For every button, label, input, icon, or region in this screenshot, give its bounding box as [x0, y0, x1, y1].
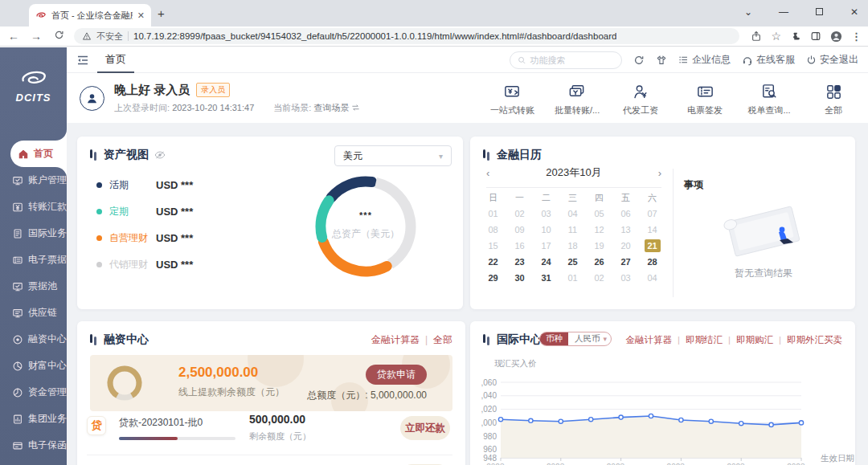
window-close-button[interactable]: ✕	[841, 0, 868, 27]
repay-now-button[interactable]: 立即还款	[400, 416, 450, 440]
calendar-day[interactable]: 05	[586, 206, 612, 222]
eye-off-icon[interactable]	[154, 150, 166, 160]
calendar-next-icon[interactable]: ›	[649, 167, 661, 179]
currency-select[interactable]: 美元 ▾	[334, 145, 452, 166]
loan-apply-button[interactable]: 贷款申请	[366, 365, 427, 385]
calendar-day[interactable]: 03	[533, 206, 559, 222]
quick-action-5[interactable]: 全部	[812, 80, 855, 116]
menu-fold-icon[interactable]	[76, 54, 89, 67]
card-link[interactable]: 金融计算器	[626, 334, 673, 346]
scene-switch-icon[interactable]	[351, 104, 360, 112]
side-panel-icon[interactable]	[810, 31, 821, 42]
calendar-day[interactable]: 09	[506, 222, 533, 238]
url-omnibox[interactable]: 不安全 10.7.19.22:8999/fpaas_bucket/9415403…	[74, 28, 739, 44]
sidebar-item-2[interactable]: 转账汇款	[0, 194, 67, 220]
calendar-day-selected[interactable]: 21	[639, 238, 665, 254]
logout-link[interactable]: 安全退出	[806, 53, 858, 67]
calendar-day[interactable]: 19	[586, 238, 612, 254]
tab-close-icon[interactable]: ✕	[137, 10, 145, 21]
calendar-day[interactable]: 29	[480, 270, 506, 286]
browser-menu-icon[interactable]: ⋮	[851, 31, 862, 43]
enterprise-info-link[interactable]: 企业信息	[678, 53, 731, 67]
calendar-day[interactable]: 18	[559, 238, 586, 254]
calendar-day[interactable]: 22	[480, 254, 506, 270]
calendar-day[interactable]: 02	[586, 270, 612, 286]
card-link[interactable]: 即期购汇	[736, 334, 773, 346]
calendar-day[interactable]: 13	[612, 222, 639, 238]
calendar-day[interactable]: 02	[506, 206, 533, 222]
calendar-day[interactable]: 26	[586, 254, 612, 270]
sidebar-item-3[interactable]: 国际业务	[0, 220, 67, 247]
sidebar-item-7[interactable]: 融资中心	[0, 326, 67, 353]
card-link[interactable]: 即期结汇	[686, 334, 723, 346]
calendar-day[interactable]: 28	[639, 254, 665, 270]
sidebar-item-0[interactable]: 首页	[10, 141, 67, 167]
calendar-day[interactable]: 15	[480, 238, 506, 254]
calendar-day[interactable]: 20	[612, 238, 639, 254]
quick-action-2[interactable]: 代发工资	[619, 80, 662, 116]
window-menu-icon[interactable]: ⌄	[735, 0, 762, 27]
reload-icon[interactable]	[51, 30, 66, 43]
calendar-prev-icon[interactable]: ‹	[486, 167, 499, 179]
quick-action-3[interactable]: 电票签发	[683, 80, 727, 116]
sidebar-item-9[interactable]: 资金管理	[0, 379, 67, 406]
calendar-day[interactable]: 16	[506, 238, 533, 254]
tax-query-icon	[747, 80, 791, 101]
power-icon	[806, 55, 817, 65]
theme-skin-icon[interactable]	[656, 55, 667, 66]
card-title-icon	[483, 149, 491, 161]
calendar-day[interactable]: 07	[639, 206, 665, 222]
refresh-button[interactable]	[633, 55, 645, 66]
favicon	[35, 10, 47, 21]
bookmark-star-icon[interactable]: ☆	[771, 30, 781, 43]
calendar-weekday: 五	[612, 190, 639, 206]
online-service-link[interactable]: 在线客服	[742, 53, 795, 67]
share-icon[interactable]	[751, 31, 762, 42]
calendar-day[interactable]: 10	[533, 222, 559, 238]
calendar-day[interactable]: 04	[559, 206, 586, 222]
sidebar-item-1[interactable]: 账户管理	[0, 167, 67, 194]
tab-home[interactable]: 首页	[100, 47, 131, 73]
function-search[interactable]	[510, 51, 622, 69]
calendar-day[interactable]: 23	[506, 254, 533, 270]
sidebar-item-6[interactable]: 供应链	[0, 300, 67, 326]
sidebar-item-5[interactable]: 票据池	[0, 273, 67, 300]
calendar-day[interactable]: 12	[586, 222, 612, 238]
sidebar-item-8[interactable]: 财富中心	[0, 353, 67, 379]
calendar-day[interactable]: 14	[639, 222, 665, 238]
quick-action-4[interactable]: 税单查询...	[747, 80, 791, 116]
calendar-day[interactable]: 06	[612, 206, 639, 222]
calendar-day[interactable]: 27	[612, 254, 639, 270]
currency-type-select[interactable]: 币种 人民币▾	[539, 332, 612, 346]
calendar-day[interactable]: 03	[612, 270, 639, 286]
extensions-icon[interactable]	[790, 31, 801, 42]
card-link[interactable]: 全部	[433, 333, 452, 347]
profile-avatar-icon[interactable]	[830, 31, 842, 43]
forward-icon[interactable]: →	[29, 30, 43, 43]
calendar-day[interactable]: 01	[480, 206, 506, 222]
card-link[interactable]: 即期外汇买卖	[787, 334, 842, 346]
quick-action-1[interactable]: 批量转账/...	[555, 80, 598, 116]
calendar-day[interactable]: 25	[559, 254, 586, 270]
window-maximize-button[interactable]	[805, 0, 833, 27]
quick-action-0[interactable]: 一站式转账	[490, 80, 534, 116]
current-scene: 当前场景: 查询场景	[273, 102, 360, 114]
search-input[interactable]	[530, 55, 614, 65]
browser-tab[interactable]: 首页 - 企业综合金融服务平台 ✕	[29, 4, 151, 27]
calendar-day[interactable]: 17	[533, 238, 559, 254]
calendar-day[interactable]: 04	[639, 270, 665, 286]
back-icon[interactable]: ←	[6, 30, 21, 43]
card-link[interactable]: 金融计算器	[371, 333, 420, 347]
calendar-day[interactable]: 30	[506, 270, 533, 286]
calendar-day[interactable]: 01	[559, 270, 586, 286]
calendar-day[interactable]: 31	[533, 270, 559, 286]
calendar-day[interactable]: 24	[533, 254, 559, 270]
calendar-day[interactable]: 11	[559, 222, 586, 238]
sidebar-item-4[interactable]: 电子票据	[0, 247, 67, 273]
sidebar-item-10[interactable]: 集团业务	[0, 406, 67, 432]
user-avatar[interactable]	[80, 86, 104, 111]
calendar-day[interactable]: 08	[480, 222, 506, 238]
window-minimize-button[interactable]: —	[770, 0, 797, 27]
sidebar-item-11[interactable]: 电子保函	[0, 432, 67, 459]
new-tab-button[interactable]: +	[158, 6, 165, 20]
